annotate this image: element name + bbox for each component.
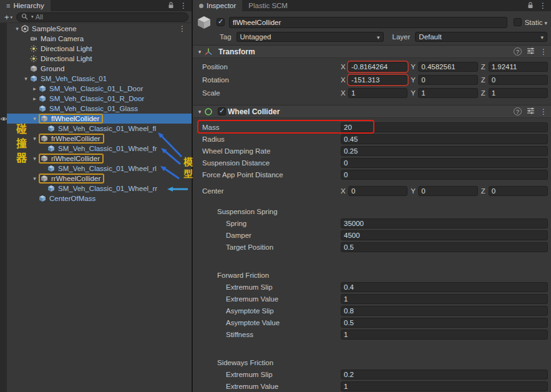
hierarchy-item-sm-veh-classic-01-wheel-fr[interactable]: SM_Veh_Classic_01_Wheel_fr (7, 144, 192, 154)
kebab-menu-icon[interactable] (178, 24, 186, 33)
kebab-menu-icon[interactable] (180, 1, 187, 10)
force-app-point-distance-field[interactable]: 0 (341, 170, 548, 180)
extremum-value-field[interactable]: 1 (341, 381, 548, 391)
hierarchy-item-label: SM_Veh_Classic_01_Glass (49, 105, 138, 112)
hierarchy-item-sm-veh-classic-01-wheel-fl[interactable]: SM_Veh_Classic_01_Wheel_fl (7, 124, 192, 134)
axis-x: X-0.8164264 (341, 62, 407, 72)
hierarchy-item-flwheelcollider[interactable]: ▾flWheelCollider (7, 114, 192, 124)
active-checkbox[interactable] (217, 18, 225, 26)
search-box[interactable]: All (16, 12, 188, 22)
center-z-field[interactable]: 0 (489, 186, 548, 196)
damper-field[interactable]: 4500 (341, 230, 548, 240)
tab-plastic-scm[interactable]: Plastic SCM (242, 0, 294, 11)
foldout-arrow[interactable] (195, 49, 204, 55)
hierarchy-item-centerofmass[interactable]: CenterOfMass (7, 194, 192, 203)
hierarchy-item-label: Main Camera (41, 35, 84, 42)
foldout-arrow[interactable]: ▾ (31, 115, 39, 122)
scale-y-field[interactable]: 1 (418, 88, 477, 98)
spring-field[interactable]: 35000 (341, 218, 548, 228)
hierarchy-item-sm-veh-classic-01-wheel-rl[interactable]: SM_Veh_Classic_01_Wheel_rl (7, 164, 192, 174)
transform-header[interactable]: Transform (193, 45, 551, 58)
hierarchy-item-rrwheelcollider[interactable]: ▾rrWheelCollider (7, 174, 192, 184)
property-label: Position (202, 63, 341, 71)
rotation-y-field[interactable]: 0 (418, 75, 477, 85)
tag-label: Tag (220, 33, 232, 41)
cube-gray-icon (41, 115, 49, 122)
foldout-arrow[interactable]: ▸ (31, 86, 39, 92)
hierarchy-item-content: CenterOfMass (39, 194, 95, 203)
lock-icon[interactable] (527, 1, 534, 10)
wheel-damping-rate-field[interactable]: 0.25 (341, 146, 548, 156)
wheel-collider-header[interactable]: Wheel Collider (193, 105, 551, 118)
position-y-field[interactable]: 0.4582561 (418, 62, 477, 72)
property-row-extremum-value: Extremum Value1 (202, 381, 548, 391)
hierarchy-item-directional-light[interactable]: Directional Light (7, 44, 192, 54)
presets-icon[interactable] (527, 47, 535, 56)
stiffness-field[interactable]: 1 (341, 330, 548, 340)
hierarchy-item-sm-veh-classic-01-r-door[interactable]: ▸SM_Veh_Classic_01_R_Door (7, 94, 192, 104)
tab-hierarchy[interactable]: Hierarchy (0, 0, 51, 11)
hierarchy-item-rlwheelcollider[interactable]: ▾rlWheelCollider (7, 154, 192, 164)
help-icon[interactable] (514, 107, 522, 115)
hierarchy-item-sm-veh-classic-01-l-door[interactable]: ▸SM_Veh_Classic_01_L_Door (7, 84, 192, 94)
hierarchy-item-sm-veh-classic-01-wheel-rr[interactable]: SM_Veh_Classic_01_Wheel_rr (7, 184, 192, 194)
position-x-field[interactable]: -0.8164264 (348, 62, 407, 72)
kebab-menu-icon[interactable] (539, 1, 547, 10)
add-object-button[interactable] (4, 13, 12, 21)
gameobject-cube-icon[interactable] (197, 15, 212, 30)
kebab-menu-icon[interactable] (540, 107, 547, 116)
foldout-arrow[interactable]: ▾ (22, 76, 30, 82)
mass-field[interactable]: 20 (341, 122, 548, 132)
foldout-arrow[interactable]: ▾ (13, 26, 21, 32)
tag-dropdown[interactable]: Untagged (236, 32, 384, 42)
hierarchy-item-sm-veh-classic-01-glass[interactable]: SM_Veh_Classic_01_Glass (7, 104, 192, 114)
rotation-z-field[interactable]: 0 (489, 75, 548, 85)
hierarchy-item-sm-veh-classic-01[interactable]: ▾SM_Veh_Classic_01 (7, 74, 192, 84)
inspector-tab-icon (199, 4, 203, 8)
cube-gray-icon (41, 155, 49, 162)
scale-x-field[interactable]: 1 (348, 88, 407, 98)
tab-inspector[interactable]: Inspector (193, 0, 242, 11)
help-icon[interactable] (514, 47, 522, 56)
asymptote-slip-field[interactable]: 0.8 (341, 306, 548, 316)
static-checkbox[interactable] (514, 18, 522, 26)
hierarchy-item-main-camera[interactable]: Main Camera (7, 34, 192, 44)
layer-dropdown[interactable]: Default (415, 32, 547, 42)
hierarchy-item-samplescene[interactable]: ▾SampleScene (7, 24, 192, 34)
extremum-slip-field[interactable]: 0.2 (341, 370, 548, 380)
cube-prefab-icon (47, 145, 56, 152)
asymptote-value-field[interactable]: 0.5 (341, 318, 548, 328)
suspension-distance-field[interactable]: 0 (341, 158, 548, 168)
foldout-arrow[interactable]: ▸ (31, 96, 39, 102)
presets-icon[interactable] (527, 107, 535, 116)
hierarchy-item-ground[interactable]: Ground (7, 64, 192, 74)
foldout-arrow[interactable]: ▾ (31, 175, 39, 182)
rotation-x-field[interactable]: -151.313 (348, 75, 407, 85)
extremum-slip-field[interactable]: 0.4 (341, 282, 548, 292)
center-x-field[interactable]: 0 (348, 186, 407, 196)
hierarchy-item-frwheelcollider[interactable]: ▾frWheelCollider (7, 134, 192, 144)
property-label: Radius (202, 135, 341, 143)
cube-gray-icon (41, 175, 49, 182)
center-y-field[interactable]: 0 (418, 186, 477, 196)
lock-icon[interactable] (168, 1, 174, 10)
hierarchy-item-directional-light[interactable]: Directional Light (7, 54, 192, 64)
radius-field[interactable]: 0.45 (341, 134, 548, 144)
target-position-field[interactable]: 0.5 (341, 242, 548, 252)
layer-value: Default (419, 33, 540, 41)
position-z-field[interactable]: 1.92411 (489, 62, 548, 72)
foldout-arrow[interactable]: ▾ (31, 155, 39, 162)
name-field[interactable]: flWheelCollider (229, 17, 507, 28)
hierarchy-item-label: SM_Veh_Classic_01_Wheel_fl (58, 125, 156, 132)
axis-label: X (341, 76, 346, 84)
foldout-arrow[interactable]: ▾ (31, 135, 39, 142)
kebab-menu-icon[interactable] (540, 47, 547, 56)
search-input[interactable]: All (36, 13, 43, 21)
foldout-arrow[interactable] (195, 109, 204, 115)
static-dropdown-arrow[interactable] (544, 19, 547, 26)
scale-z-field[interactable]: 1 (489, 88, 548, 98)
hierarchy-item-content: SM_Veh_Classic_01_R_Door (39, 94, 144, 104)
component-enabled-checkbox[interactable] (218, 107, 226, 115)
axis-label: Y (411, 89, 416, 97)
extremum-value-field[interactable]: 1 (341, 294, 548, 304)
